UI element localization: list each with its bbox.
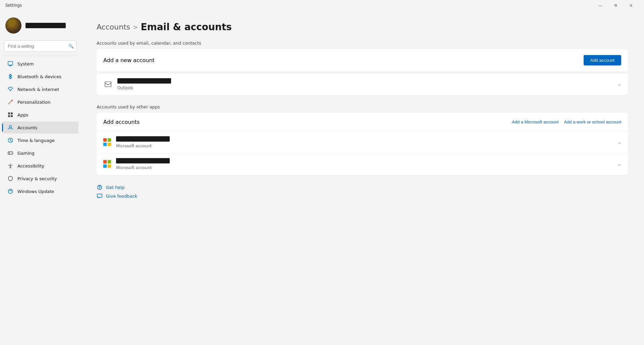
ms-account-info-1: Microsoft account xyxy=(116,136,613,148)
svg-point-15 xyxy=(11,152,12,153)
main-content: Accounts > Email & accounts Accounts use… xyxy=(80,11,644,345)
app-container: 🔍 System Bluetooth & devices Network & i… xyxy=(0,11,644,345)
window-controls: — ⧉ ✕ xyxy=(592,0,639,11)
sidebar-label-bluetooth: Bluetooth & devices xyxy=(17,74,61,79)
other-apps-section: Accounts used by other apps Add accounts… xyxy=(97,104,628,175)
breadcrumb-separator: > xyxy=(133,23,138,31)
search-box: 🔍 xyxy=(4,40,76,52)
outlook-type: Outlook xyxy=(117,86,613,90)
search-icon: 🔍 xyxy=(68,44,74,49)
breadcrumb: Accounts > Email & accounts xyxy=(97,21,628,33)
sidebar-label-personalization: Personalization xyxy=(17,100,51,105)
other-apps-card: Add accounts Add a Microsoft account Add… xyxy=(97,113,628,175)
add-accounts-label: Add accounts xyxy=(103,119,140,125)
ms-email-redacted-2 xyxy=(116,158,170,163)
sidebar-label-network: Network & internet xyxy=(17,87,59,92)
personalization-icon xyxy=(7,99,13,105)
ms-account-type-1: Microsoft account xyxy=(116,144,613,148)
other-apps-header: Add accounts Add a Microsoft account Add… xyxy=(97,113,628,132)
ms-account-type-2: Microsoft account xyxy=(116,165,613,170)
footer-links: Get help Give feedback xyxy=(97,184,628,199)
sidebar-item-network[interactable]: Network & internet xyxy=(2,83,78,95)
ms-account-item-2[interactable]: Microsoft account ⌄ xyxy=(97,153,628,175)
accounts-icon xyxy=(7,125,13,131)
add-account-button[interactable]: Add account xyxy=(584,55,621,65)
sidebar-item-accessibility[interactable]: Accessibility xyxy=(2,160,78,172)
add-work-link[interactable]: Add a work or school account xyxy=(564,119,621,125)
other-apps-section-title: Accounts used by other apps xyxy=(97,104,628,109)
svg-rect-2 xyxy=(9,65,11,65)
search-input[interactable] xyxy=(4,40,76,52)
add-new-account-label: Add a new account xyxy=(103,57,155,63)
sidebar-item-gaming[interactable]: Gaming xyxy=(2,147,78,159)
close-button[interactable]: ✕ xyxy=(623,0,639,11)
apps-icon xyxy=(7,112,13,118)
microsoft-logo-2 xyxy=(103,160,111,168)
restore-button[interactable]: ⧉ xyxy=(608,0,623,11)
give-feedback-label: Give feedback xyxy=(106,194,137,199)
svg-point-16 xyxy=(12,153,12,154)
svg-point-18 xyxy=(8,189,13,194)
gaming-icon xyxy=(7,150,13,156)
sidebar-label-update: Windows Update xyxy=(17,189,54,194)
feedback-icon xyxy=(97,193,103,199)
get-help-link[interactable]: Get help xyxy=(97,184,628,190)
svg-point-17 xyxy=(10,164,11,165)
minimize-button[interactable]: — xyxy=(592,0,608,11)
sidebar-label-accessibility: Accessibility xyxy=(17,163,44,168)
sidebar-label-gaming: Gaming xyxy=(17,151,35,156)
system-icon xyxy=(7,61,13,67)
svg-rect-0 xyxy=(8,61,13,65)
svg-rect-8 xyxy=(8,115,10,117)
svg-point-21 xyxy=(99,188,100,189)
window-title: Settings xyxy=(5,3,22,8)
sidebar-item-bluetooth[interactable]: Bluetooth & devices xyxy=(2,70,78,83)
chevron-down-icon-ms1: ⌄ xyxy=(618,140,621,145)
sidebar-label-time: Time & language xyxy=(17,138,55,143)
svg-rect-7 xyxy=(11,112,13,114)
sidebar: 🔍 System Bluetooth & devices Network & i… xyxy=(0,11,80,345)
add-account-row: Add a new account Add account xyxy=(97,49,628,71)
svg-rect-19 xyxy=(105,82,111,87)
svg-point-10 xyxy=(9,126,12,128)
ms-account-item-1[interactable]: Microsoft account ⌄ xyxy=(97,132,628,153)
give-feedback-link[interactable]: Give feedback xyxy=(97,193,628,199)
email-section: Accounts used by email, calendar, and co… xyxy=(97,41,628,95)
chevron-down-icon-ms2: ⌄ xyxy=(618,162,621,166)
svg-rect-1 xyxy=(9,65,12,66)
svg-rect-9 xyxy=(11,115,13,117)
user-profile[interactable] xyxy=(0,11,80,39)
sidebar-item-apps[interactable]: Apps xyxy=(2,109,78,121)
nav-divider xyxy=(4,56,76,56)
svg-point-3 xyxy=(10,90,11,91)
ms-email-redacted-1 xyxy=(116,136,170,142)
user-name xyxy=(25,23,66,28)
sidebar-label-system: System xyxy=(17,61,34,66)
bluetooth-icon xyxy=(7,73,13,80)
sidebar-item-time[interactable]: Time & language xyxy=(2,134,78,146)
microsoft-logo-1 xyxy=(103,138,111,146)
sidebar-item-update[interactable]: Windows Update xyxy=(2,185,78,197)
sidebar-item-accounts[interactable]: Accounts xyxy=(2,121,78,134)
chevron-down-icon: ⌄ xyxy=(618,82,621,87)
breadcrumb-current: Email & accounts xyxy=(141,21,232,33)
email-section-title: Accounts used by email, calendar, and co… xyxy=(97,41,628,46)
sidebar-item-system[interactable]: System xyxy=(2,58,78,70)
titlebar: Settings — ⧉ ✕ xyxy=(0,0,644,11)
outlook-account-item[interactable]: Outlook ⌄ xyxy=(97,73,628,95)
outlook-email-redacted xyxy=(117,78,171,84)
sidebar-item-personalization[interactable]: Personalization xyxy=(2,96,78,108)
other-apps-links: Add a Microsoft account Add a work or sc… xyxy=(512,119,621,125)
accessibility-icon xyxy=(7,163,13,169)
sidebar-item-privacy[interactable]: Privacy & security xyxy=(2,172,78,185)
ms-account-info-2: Microsoft account xyxy=(116,158,613,170)
breadcrumb-parent[interactable]: Accounts xyxy=(97,23,130,31)
help-icon xyxy=(97,184,103,190)
add-ms-account-link[interactable]: Add a Microsoft account xyxy=(512,119,558,125)
network-icon xyxy=(7,86,13,92)
outlook-account-info: Outlook xyxy=(117,78,613,90)
mail-icon xyxy=(103,80,113,89)
sidebar-label-apps: Apps xyxy=(17,112,28,117)
time-icon xyxy=(7,137,13,143)
svg-rect-22 xyxy=(97,194,102,197)
